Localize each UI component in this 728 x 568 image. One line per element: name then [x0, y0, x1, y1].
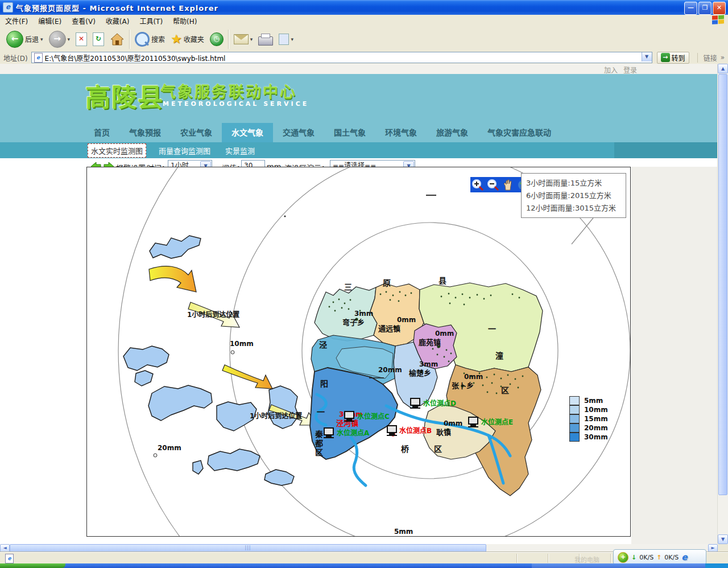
rainfall-6h: 6小时面雨量:2015立方米 [526, 190, 621, 202]
contour-label: 20mm [378, 366, 402, 374]
history-icon: ◷ [210, 32, 224, 46]
system-tray-fragment [705, 563, 728, 568]
map-zoom-in-button[interactable] [471, 179, 484, 191]
links-label: 链接 [704, 53, 717, 63]
back-button[interactable]: ← 后退 ▾ [3, 31, 46, 48]
taskbar-item-fragment[interactable] [532, 563, 705, 568]
station-label-A[interactable]: 水位测点A [337, 427, 369, 437]
nav-agriculture[interactable]: 农业气象 [171, 123, 222, 142]
map-canvas[interactable]: 3小时面雨量:15立方米 6小时面雨量:2015立方米 12小时面雨量:3015… [86, 167, 631, 537]
nav-environment[interactable]: 环境气象 [375, 123, 427, 142]
upload-arrow-icon: ↑ [656, 554, 661, 561]
join-link[interactable]: 加入 [604, 65, 618, 75]
tab-rainfall-query-map[interactable]: 雨量查询监测图 [159, 145, 210, 156]
scroll-up-button[interactable]: ▲ [718, 64, 728, 73]
tab-hydrology-realtime-map[interactable]: 水文实时监测图 [88, 143, 146, 158]
favorites-button[interactable]: ★ 收藏夹 [168, 32, 207, 46]
refresh-button[interactable]: ↻ [90, 32, 107, 46]
neighbor-label: 三 [344, 281, 352, 292]
legend-row: 30mm [569, 433, 608, 442]
stop-button[interactable]: ✕ [73, 32, 90, 46]
subnav-dark-segment [614, 142, 718, 158]
station-icon-A[interactable] [324, 425, 334, 436]
menu-file[interactable]: 文件(F) [0, 16, 33, 26]
legend-row: 10mm [569, 405, 608, 414]
address-dropdown-icon[interactable]: ▼ [642, 52, 652, 61]
map-pan-hand-button[interactable] [502, 179, 514, 191]
menu-view[interactable]: 查看(V) [67, 16, 101, 26]
go-button[interactable]: → 转到 [657, 52, 689, 64]
search-button[interactable]: 搜索 [132, 32, 168, 47]
nav-traffic[interactable]: 交通气象 [273, 123, 324, 142]
network-speed-widget[interactable]: + ↓ 0K/S ↑ 0K/S e [613, 549, 706, 565]
links-button[interactable]: 链接 » [697, 53, 725, 63]
forward-button[interactable]: → ▾ [46, 31, 73, 48]
login-link[interactable]: 登录 [623, 65, 637, 75]
tab-live-monitor[interactable]: 实景监测 [225, 145, 255, 156]
vertical-scrollbar[interactable]: ▲ ▼ [717, 64, 728, 544]
scroll-right-button[interactable]: ► [708, 544, 718, 552]
menu-edit[interactable]: 编辑(E) [33, 16, 67, 26]
legend-row: 15mm [569, 414, 608, 423]
print-icon [258, 36, 273, 46]
station-label-C[interactable]: 水位测点C [357, 411, 390, 421]
site-logo-title: 气象服务联动中心 [160, 80, 297, 102]
horizontal-scrollbar[interactable]: ◄ ||| ► [0, 544, 718, 552]
edit-button[interactable]: ▾ [276, 34, 296, 45]
download-speed: 0K/S [639, 554, 653, 561]
nav-disaster-emergency[interactable]: 气象灾害应急联动 [478, 123, 561, 142]
horizontal-scroll-thumb[interactable]: ||| [10, 544, 486, 552]
scroll-down-button[interactable]: ▼ [718, 534, 728, 544]
mail-button[interactable]: ▾ [231, 34, 256, 44]
legend-swatch [569, 405, 580, 414]
vertical-scroll-thumb[interactable] [718, 74, 727, 495]
menu-tools[interactable]: 工具(T) [134, 16, 168, 26]
station-icon-D[interactable] [410, 396, 420, 406]
address-label: 地址(D) [0, 53, 31, 63]
forward-dropdown-icon[interactable]: ▾ [68, 36, 71, 42]
scroll-left-button[interactable]: ◄ [0, 544, 10, 552]
home-icon [110, 32, 125, 46]
print-button[interactable] [255, 33, 276, 46]
taskbar[interactable] [0, 563, 728, 568]
refresh-icon: ↻ [93, 32, 104, 46]
town-label: 弯子乡 [342, 316, 365, 327]
history-button[interactable]: ◷ [207, 32, 226, 46]
start-button-fragment[interactable] [0, 563, 65, 568]
restore-button[interactable]: ❐ [698, 2, 712, 15]
edit-dropdown-icon[interactable]: ▾ [291, 36, 293, 42]
go-label: 转到 [672, 53, 685, 63]
neighbor-label: 阳 [320, 377, 328, 389]
close-button[interactable]: ✕ [713, 2, 726, 15]
title-bar[interactable]: e 气象预报页面原型 - Microsoft Internet Explorer… [0, 0, 728, 15]
rainfall-3h: 3小时面雨量:15立方米 [526, 177, 621, 190]
neighbor-label: 桥 [401, 443, 409, 454]
nav-hydrology[interactable]: 水文气象 [222, 123, 273, 142]
nav-land[interactable]: 国土气象 [324, 123, 375, 142]
browser-window: e 气象预报页面原型 - Microsoft Internet Explorer… [0, 0, 728, 568]
menu-help[interactable]: 帮助(H) [168, 16, 202, 26]
nav-tourism[interactable]: 旅游气象 [427, 123, 478, 142]
station-icon-B[interactable] [387, 423, 397, 434]
town-label: 耿镇 [436, 426, 451, 437]
page-right-gutter [631, 167, 718, 544]
minimize-button[interactable]: — [684, 2, 697, 15]
windows-logo-icon [712, 15, 726, 26]
home-button[interactable] [107, 32, 127, 46]
neighbor-label: 区 [434, 443, 442, 454]
map-zoom-out-button[interactable] [487, 179, 499, 191]
menu-favorites[interactable]: 收藏(A) [101, 16, 135, 26]
neighbor-label: 原 [383, 277, 391, 288]
station-label-D[interactable]: 水位测点D [423, 398, 456, 408]
station-label-B[interactable]: 水位测点B [399, 425, 432, 435]
ie-tray-icon: e [681, 552, 687, 562]
station-icon-C[interactable] [344, 409, 354, 419]
back-dropdown-icon[interactable]: ▾ [40, 36, 43, 42]
address-input[interactable]: e E:\气象台\原型20110530\原型20110530\swyb-list… [31, 52, 652, 63]
scrollbar-corner [718, 544, 728, 552]
nav-weather-forecast[interactable]: 气象预报 [119, 123, 171, 142]
nav-home[interactable]: 首页 [84, 123, 119, 142]
station-label-E[interactable]: 水位测点E [481, 417, 513, 426]
mail-dropdown-icon[interactable]: ▾ [250, 36, 253, 42]
station-icon-E[interactable] [468, 414, 478, 425]
